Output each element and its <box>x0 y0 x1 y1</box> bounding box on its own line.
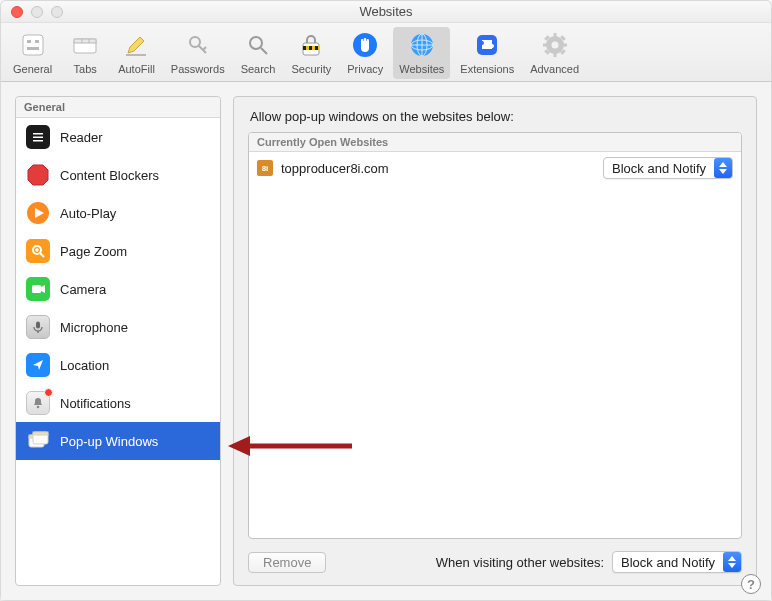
location-arrow-icon <box>26 353 50 377</box>
sidebar-item-label: Auto-Play <box>60 206 116 221</box>
favicon-icon: 8i <box>257 160 273 176</box>
toolbar-search[interactable]: Search <box>235 27 282 79</box>
select-value: Block and Notify <box>621 555 715 570</box>
toolbar-label: Search <box>241 63 276 75</box>
sidebar-item-label: Location <box>60 358 109 373</box>
toolbar-passwords[interactable]: Passwords <box>165 27 231 79</box>
zoom-icon <box>26 239 50 263</box>
sidebar-header: General <box>16 97 220 118</box>
sidebar-item-auto-play[interactable]: Auto-Play <box>16 194 220 232</box>
svg-rect-38 <box>33 137 43 139</box>
switches-icon <box>17 29 49 61</box>
svg-point-28 <box>551 42 558 49</box>
sidebar-item-label: Content Blockers <box>60 168 159 183</box>
svg-rect-0 <box>23 35 43 55</box>
svg-rect-39 <box>33 140 43 142</box>
sidebar-item-notifications[interactable]: Notifications <box>16 384 220 422</box>
toolbar-label: Extensions <box>460 63 514 75</box>
svg-rect-32 <box>562 44 567 47</box>
svg-point-52 <box>37 406 40 409</box>
svg-rect-37 <box>33 133 43 135</box>
chevrons-up-down-icon <box>723 552 741 572</box>
website-row[interactable]: 8i topproducer8i.com Block and Notify <box>249 152 741 184</box>
svg-marker-57 <box>719 162 727 167</box>
default-policy-select[interactable]: Block and Notify <box>612 551 742 573</box>
svg-marker-40 <box>28 165 48 185</box>
toolbar-label: Advanced <box>530 63 579 75</box>
toolbar-autofill[interactable]: AutoFill <box>112 27 161 79</box>
toolbar-extensions[interactable]: Extensions <box>454 27 520 79</box>
main-panel: Allow pop-up windows on the websites bel… <box>233 96 757 586</box>
svg-rect-3 <box>35 40 39 43</box>
gear-icon <box>539 29 571 61</box>
notification-badge-icon <box>44 388 53 397</box>
puzzle-icon <box>471 29 503 61</box>
toolbar-label: AutoFill <box>118 63 155 75</box>
svg-rect-31 <box>543 44 548 47</box>
camera-icon <box>26 277 50 301</box>
preferences-window: Websites General Tabs AutoFill <box>0 0 772 601</box>
sidebar-item-label: Reader <box>60 130 103 145</box>
svg-marker-51 <box>33 360 43 370</box>
sidebar-item-label: Page Zoom <box>60 244 127 259</box>
sidebar-item-reader[interactable]: Reader <box>16 118 220 156</box>
stop-sign-icon <box>26 163 50 187</box>
pencil-icon <box>120 29 152 61</box>
svg-rect-5 <box>74 39 96 43</box>
toolbar-security[interactable]: Security <box>285 27 337 79</box>
svg-rect-30 <box>553 52 556 57</box>
svg-rect-14 <box>303 46 306 50</box>
sidebar-item-content-blockers[interactable]: Content Blockers <box>16 156 220 194</box>
toolbar-label: Security <box>291 63 331 75</box>
svg-rect-1 <box>27 40 31 43</box>
svg-marker-59 <box>728 556 736 561</box>
remove-button[interactable]: Remove <box>248 552 326 573</box>
toolbar-tabs[interactable]: Tabs <box>62 27 108 79</box>
select-value: Block and Notify <box>612 161 706 176</box>
sidebar-item-camera[interactable]: Camera <box>16 270 220 308</box>
svg-marker-60 <box>728 563 736 568</box>
toolbar-websites[interactable]: Websites <box>393 27 450 79</box>
website-domain-label: topproducer8i.com <box>281 161 389 176</box>
svg-rect-20 <box>367 39 369 45</box>
content-area: General Reader Content Blockers Auto-Pla… <box>1 82 771 600</box>
key-icon <box>182 29 214 61</box>
toolbar-general[interactable]: General <box>7 27 58 79</box>
toolbar-label: Tabs <box>74 63 97 75</box>
tabs-icon <box>69 29 101 61</box>
svg-marker-48 <box>41 285 45 293</box>
sidebar-item-microphone[interactable]: Microphone <box>16 308 220 346</box>
bell-icon <box>26 391 50 415</box>
sidebar-item-page-zoom[interactable]: Page Zoom <box>16 232 220 270</box>
website-policy-select[interactable]: Block and Notify <box>603 157 733 179</box>
window-stack-icon <box>26 429 50 453</box>
titlebar: Websites <box>1 1 771 23</box>
microphone-icon <box>26 315 50 339</box>
toolbar: General Tabs AutoFill Passwords <box>1 23 771 82</box>
sidebar-item-location[interactable]: Location <box>16 346 220 384</box>
sidebar: General Reader Content Blockers Auto-Pla… <box>15 96 221 586</box>
svg-rect-47 <box>32 285 41 293</box>
sidebar-item-label: Microphone <box>60 320 128 335</box>
svg-rect-2 <box>27 47 39 50</box>
svg-line-11 <box>261 48 267 54</box>
sidebar-item-popup-windows[interactable]: Pop-up Windows <box>16 422 220 460</box>
magnifier-icon <box>242 29 274 61</box>
sidebar-item-label: Notifications <box>60 396 131 411</box>
window-title: Websites <box>1 4 771 19</box>
toolbar-advanced[interactable]: Advanced <box>524 27 585 79</box>
instruction-label: Allow pop-up windows on the websites bel… <box>248 109 742 124</box>
hand-privacy-icon <box>349 29 381 61</box>
svg-point-10 <box>250 37 262 49</box>
svg-rect-16 <box>315 46 318 50</box>
toolbar-label: Passwords <box>171 63 225 75</box>
svg-rect-18 <box>361 39 363 45</box>
toolbar-privacy[interactable]: Privacy <box>341 27 389 79</box>
footer-label: When visiting other websites: <box>436 555 604 570</box>
svg-rect-19 <box>364 38 366 45</box>
help-button[interactable]: ? <box>741 574 761 594</box>
toolbar-label: General <box>13 63 52 75</box>
lock-stripe-icon <box>295 29 327 61</box>
svg-rect-15 <box>309 46 312 50</box>
toolbar-label: Websites <box>399 63 444 75</box>
